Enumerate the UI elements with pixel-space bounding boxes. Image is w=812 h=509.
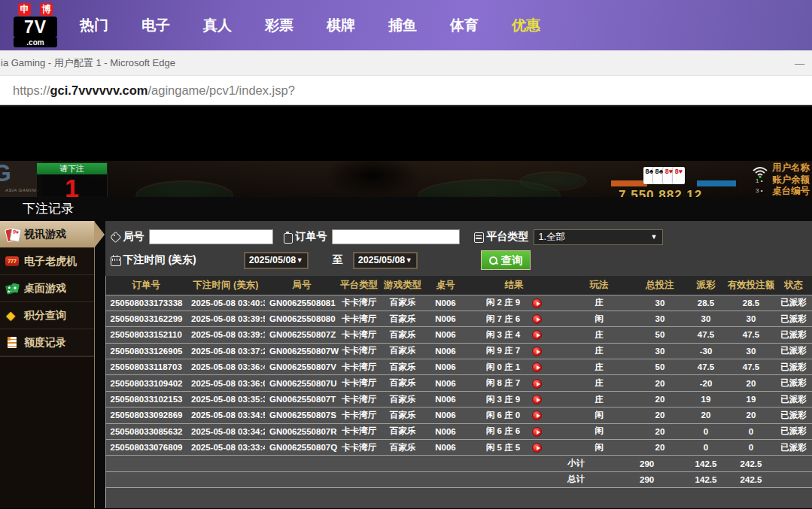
cell-order_no: 250508033085632 xyxy=(105,423,187,439)
cell-payout: 19 xyxy=(685,391,727,407)
cell-platform: 卡卡湾厅 xyxy=(339,311,379,326)
total-row: 总计290142.5242.5 xyxy=(105,471,812,487)
account-labels: 用户名称账户余额桌台编号 xyxy=(772,162,812,197)
platform-icon xyxy=(473,232,484,242)
cell-bet_time: 2025-05-08 03:36:06 xyxy=(187,375,265,391)
sidebar-item[interactable]: 视讯游戏 xyxy=(0,221,94,248)
replay-play-button[interactable] xyxy=(532,362,542,372)
table-row: 2505080331187032025-05-08 03:36:48GN0062… xyxy=(105,359,812,375)
cell-bet_time: 2025-05-08 03:33:43 xyxy=(187,440,265,456)
cell-table_no: N006 xyxy=(426,359,465,375)
result-text: 闲 9 庄 7 xyxy=(486,346,520,355)
result-text: 闲 3 庄 9 xyxy=(486,395,520,404)
cell-valid_bet: 20 xyxy=(727,408,775,423)
cell-table_no: N006 xyxy=(426,343,465,359)
site-logo[interactable]: 申 博 7V .com xyxy=(12,3,59,47)
cell-game_type: 百家乐 xyxy=(379,440,426,456)
cell-round_no: GN0062550807U xyxy=(265,375,339,391)
sidebar: 视讯游戏电子老虎机桌面游戏积分查询额度记录 xyxy=(0,221,95,508)
replay-play-button[interactable] xyxy=(532,330,542,340)
cell-order_no: 250508033102153 xyxy=(105,391,187,407)
nav-item[interactable]: 体育 xyxy=(450,16,479,35)
total-label: 小计 xyxy=(563,456,635,471)
sidebar-item[interactable]: 电子老虎机 xyxy=(0,248,94,275)
nav-item[interactable]: 彩票 xyxy=(265,16,293,35)
replay-play-button[interactable] xyxy=(532,395,542,404)
column-header: 订单号 xyxy=(105,276,187,295)
cell-result: 闲 3 庄 9 xyxy=(465,391,563,407)
replay-play-button[interactable] xyxy=(532,347,542,356)
logo-badges: 申 博 xyxy=(18,3,53,16)
sidebar-item-label: 积分查询 xyxy=(24,309,66,323)
replay-play-button[interactable] xyxy=(532,298,542,308)
result-text: 闲 0 庄 1 xyxy=(486,362,520,371)
nav-item[interactable]: 棋牌 xyxy=(327,16,355,35)
search-button[interactable]: 查询 xyxy=(481,250,531,270)
address-bar[interactable]: https://gci.7vvvvvv.com/agingame/pcv1/in… xyxy=(0,75,812,105)
result-text: 闲 6 庄 6 xyxy=(486,426,520,435)
to-label: 至 xyxy=(333,253,343,267)
nav-item[interactable]: 真人 xyxy=(203,16,232,35)
cell-table_no: N006 xyxy=(426,391,465,407)
cell-result: 闲 7 庄 6 xyxy=(465,311,563,326)
cell-bet_time: 2025-05-08 03:34:20 xyxy=(187,423,265,439)
sidebar-item[interactable]: 桌面游戏 xyxy=(0,275,94,302)
replay-play-button[interactable] xyxy=(532,379,542,389)
cell-status: 已派彩 xyxy=(775,343,812,359)
platform-select[interactable]: 1.全部 ▼ xyxy=(534,229,663,245)
minimize-button[interactable]: — xyxy=(795,58,804,69)
page-title: 下注记录 xyxy=(0,197,812,221)
nav-item[interactable]: 捕鱼 xyxy=(388,16,417,35)
cell-payout: -20 xyxy=(685,375,727,391)
sidebar-item[interactable]: 额度记录 xyxy=(0,329,94,356)
player-bar xyxy=(697,180,736,186)
total-total_bet: 290 xyxy=(635,471,685,487)
sidebar-item[interactable]: 积分查询 xyxy=(0,302,94,329)
table-footer-area xyxy=(105,488,812,508)
cell-order_no: 250508033162299 xyxy=(105,311,187,326)
cell-bet_time: 2025-05-08 03:40:39 xyxy=(187,295,265,311)
order-input[interactable] xyxy=(332,229,460,244)
cell-bet_time: 2025-05-08 03:36:48 xyxy=(187,359,265,375)
cell-round_no: GN0062550807T xyxy=(265,391,339,407)
cell-round_no: GN00625508081 xyxy=(265,295,339,311)
replay-play-button[interactable] xyxy=(532,411,542,420)
total-blank xyxy=(105,471,563,487)
cell-game_type: 百家乐 xyxy=(379,311,426,326)
cell-valid_bet: 30 xyxy=(727,311,775,326)
replay-play-button[interactable] xyxy=(532,427,542,437)
cell-payout: 30 xyxy=(685,311,727,326)
url-domain: gci.7vvvvvv.com xyxy=(50,83,148,98)
total-payout: 142.5 xyxy=(685,471,727,487)
cell-valid_bet: 47.5 xyxy=(727,327,775,343)
content-area: 局号 订单号 平台类型 1.全部 ▼ 下注时间 (美东) 2025/05/08 … xyxy=(105,221,812,508)
column-header: 下注时间 (美东) xyxy=(187,276,265,295)
cell-bet_time: 2025-05-08 03:39:55 xyxy=(187,311,265,326)
total-valid_bet: 242.5 xyxy=(727,456,775,471)
column-header: 局号 xyxy=(265,276,339,295)
date-from-picker[interactable]: 2025/05/08 ▼ xyxy=(244,252,309,269)
chevron-down-icon: ▼ xyxy=(406,256,412,264)
cell-total_bet: 20 xyxy=(635,408,685,423)
cell-round_no: GN00625508080 xyxy=(265,311,339,326)
nav-item[interactable]: 电子 xyxy=(141,16,170,35)
total-label: 总计 xyxy=(563,471,635,487)
cell-result: 闲 6 庄 0 xyxy=(465,408,563,423)
total-status-blank xyxy=(775,471,812,487)
nav-item[interactable]: 热门 xyxy=(80,16,108,35)
cell-status: 已派彩 xyxy=(775,359,812,375)
cell-order_no: 250508033076809 xyxy=(105,440,187,456)
page-background xyxy=(0,105,812,161)
nav-item[interactable]: 优惠 xyxy=(512,16,540,35)
cell-bet_type: 庄 xyxy=(563,343,635,359)
replay-play-button[interactable] xyxy=(532,314,542,324)
date-to-picker[interactable]: 2025/05/08 ▼ xyxy=(353,252,418,269)
replay-play-button[interactable] xyxy=(532,443,542,453)
cell-result: 闲 0 庄 1 xyxy=(465,359,563,375)
column-header: 状态 xyxy=(775,276,812,295)
cell-game_type: 百家乐 xyxy=(379,295,426,311)
cell-valid_bet: 47.5 xyxy=(727,359,775,375)
cell-payout: 0 xyxy=(685,440,727,456)
round-input[interactable] xyxy=(149,229,273,244)
total-payout: 142.5 xyxy=(685,456,727,471)
